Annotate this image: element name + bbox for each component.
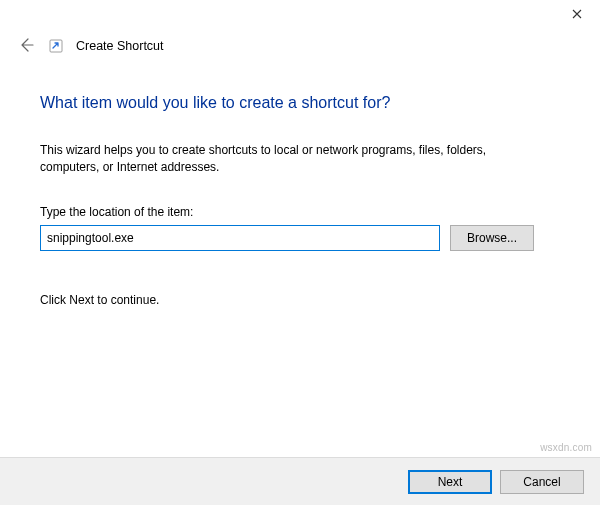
next-button[interactable]: Next [408,470,492,494]
back-button[interactable] [16,36,36,56]
location-label: Type the location of the item: [40,205,560,219]
wizard-header: Create Shortcut [0,30,600,60]
location-input-row: Browse... [40,225,560,251]
page-description: This wizard helps you to create shortcut… [40,142,530,177]
watermark: wsxdn.com [540,442,592,453]
close-button[interactable] [554,0,600,28]
cancel-button[interactable]: Cancel [500,470,584,494]
page-heading: What item would you like to create a sho… [40,94,560,112]
svg-rect-0 [50,40,62,52]
shortcut-icon [48,38,64,54]
continue-hint: Click Next to continue. [40,293,560,307]
create-shortcut-wizard: Create Shortcut What item would you like… [0,0,600,505]
titlebar [0,0,600,30]
wizard-title: Create Shortcut [76,39,164,53]
close-icon [572,6,582,22]
browse-button[interactable]: Browse... [450,225,534,251]
wizard-content: What item would you like to create a sho… [0,60,600,307]
location-input[interactable] [40,225,440,251]
wizard-footer: Next Cancel [0,457,600,505]
back-arrow-icon [18,37,34,56]
